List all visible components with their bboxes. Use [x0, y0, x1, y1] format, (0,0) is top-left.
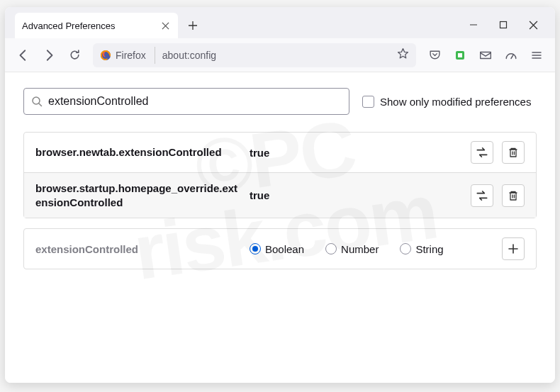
tab-title: Advanced Preferences — [22, 21, 159, 31]
radio-label: String — [415, 243, 443, 255]
delete-button[interactable] — [502, 141, 525, 164]
pref-row[interactable]: browser.startup.homepage_override.extens… — [24, 172, 536, 218]
speed-icon[interactable] — [500, 44, 522, 67]
firefox-icon — [100, 50, 111, 61]
content-area: Show only modified preferences browser.n… — [5, 72, 555, 383]
minimize-button[interactable] — [467, 18, 480, 31]
svg-rect-3 — [458, 53, 462, 57]
modified-only-checkbox[interactable]: Show only modified preferences — [362, 96, 531, 108]
bookmark-star-icon[interactable] — [390, 47, 416, 62]
extension-icon[interactable] — [449, 44, 471, 67]
radio-label: Number — [341, 243, 379, 255]
browser-tab[interactable]: Advanced Preferences — [15, 13, 178, 38]
radio-boolean[interactable]: Boolean — [250, 243, 304, 255]
radio-icon — [325, 243, 337, 254]
radio-icon — [250, 243, 261, 254]
radio-icon — [400, 243, 411, 254]
delete-button[interactable] — [502, 184, 525, 207]
add-pref-row: extensionControlled Boolean Number Strin… — [23, 228, 537, 269]
pref-value: true — [250, 147, 462, 159]
new-tab-button[interactable] — [182, 15, 203, 36]
checkbox-label: Show only modified preferences — [380, 96, 531, 108]
pref-value: true — [250, 189, 462, 201]
toggle-button[interactable] — [471, 141, 493, 164]
reload-button[interactable] — [63, 44, 86, 67]
titlebar: Advanced Preferences — [5, 7, 555, 38]
toggle-button[interactable] — [471, 184, 493, 207]
search-icon — [31, 96, 43, 107]
forward-button[interactable] — [38, 44, 60, 67]
back-button[interactable] — [12, 44, 35, 67]
pref-search-input[interactable] — [48, 95, 342, 108]
identity-box[interactable]: Firefox — [93, 50, 153, 61]
add-pref-name: extensionControlled — [35, 243, 241, 255]
maximize-button[interactable] — [497, 18, 510, 31]
menu-button[interactable] — [525, 44, 548, 67]
divider — [155, 47, 155, 64]
svg-rect-0 — [500, 22, 507, 28]
pref-search-box[interactable] — [23, 88, 349, 115]
pref-name: browser.startup.homepage_override.extens… — [35, 181, 241, 209]
type-radio-group: Boolean Number String — [250, 243, 493, 255]
pref-name: browser.newtab.extensionControlled — [35, 145, 241, 159]
radio-string[interactable]: String — [400, 243, 443, 255]
add-button[interactable] — [502, 237, 525, 260]
close-tab-icon[interactable] — [159, 20, 171, 31]
pref-list: browser.newtab.extensionControlled true … — [23, 132, 537, 218]
checkbox-icon — [362, 96, 374, 108]
url-text[interactable]: about:config — [157, 50, 390, 61]
pocket-icon[interactable] — [423, 44, 446, 67]
close-window-button[interactable] — [527, 18, 539, 31]
radio-label: Boolean — [265, 243, 304, 255]
address-bar[interactable]: Firefox about:config — [93, 43, 416, 67]
pref-row[interactable]: browser.newtab.extensionControlled true — [24, 133, 536, 172]
radio-number[interactable]: Number — [325, 243, 379, 255]
nav-toolbar: Firefox about:config — [5, 38, 555, 72]
identity-label: Firefox — [116, 50, 146, 61]
mail-icon[interactable] — [474, 44, 497, 67]
